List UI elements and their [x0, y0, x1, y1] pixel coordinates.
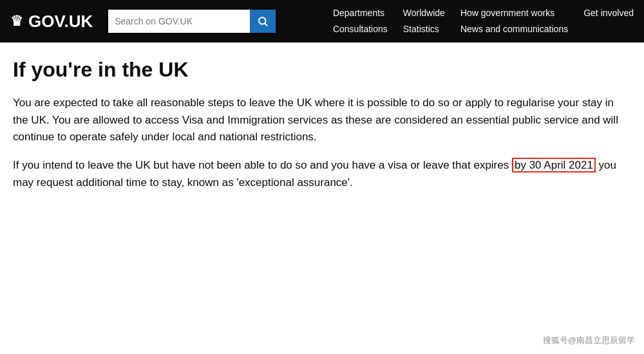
paragraph-1: You are expected to take all reasonable … — [13, 95, 618, 145]
nav-col-2: Worldwide Statistics — [403, 5, 445, 37]
nav-get-involved[interactable]: Get involved — [583, 5, 634, 21]
nav-links: Departments Consultations Worldwide Stat… — [317, 5, 634, 37]
paragraph-2-before: If you intend to leave the UK but have n… — [13, 159, 512, 171]
main-content: If you're in the UK You are expected to … — [0, 42, 631, 216]
nav-departments[interactable]: Departments — [333, 5, 388, 21]
logo[interactable]: ♛ GOV.UK — [10, 12, 93, 32]
search-input[interactable] — [108, 10, 250, 33]
watermark: 搜狐号@南昌立思辰留学 — [540, 333, 638, 348]
nav-worldwide[interactable]: Worldwide — [403, 5, 445, 21]
header-top: ♛ GOV.UK Departments Consultations World… — [0, 0, 644, 42]
nav-news-communications[interactable]: News and communications — [460, 21, 568, 37]
search-icon — [257, 15, 269, 27]
nav-how-government-works[interactable]: How government works — [460, 5, 568, 21]
paragraph-2: If you intend to leave the UK but have n… — [13, 157, 618, 191]
nav-statistics[interactable]: Statistics — [403, 21, 445, 37]
nav-col-1: Departments Consultations — [333, 5, 388, 37]
nav-consultations[interactable]: Consultations — [333, 21, 388, 37]
search-area — [108, 10, 276, 33]
header: ♛ GOV.UK Departments Consultations World… — [0, 0, 644, 42]
nav-col-4: Get involved — [583, 5, 634, 21]
logo-text: GOV.UK — [28, 12, 93, 32]
nav-col-3: How government works News and communicat… — [460, 5, 568, 37]
highlighted-date: by 30 April 2021 — [512, 158, 596, 172]
page-heading: If you're in the UK — [13, 58, 618, 82]
search-button[interactable] — [250, 10, 276, 33]
crown-icon: ♛ — [10, 13, 23, 30]
svg-line-1 — [265, 24, 267, 26]
